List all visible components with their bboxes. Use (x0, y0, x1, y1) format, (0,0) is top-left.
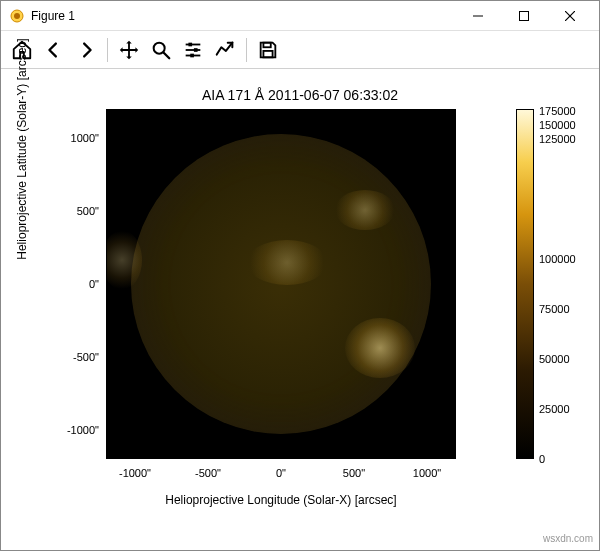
active-region (335, 190, 395, 230)
colorbar-tick: 75000 (539, 303, 570, 315)
x-axis-label: Helioprojective Longitude (Solar-X) [arc… (106, 493, 456, 507)
y-tick-label: 1000" (49, 132, 99, 144)
x-tick-label: -1000" (105, 467, 165, 479)
svg-rect-12 (194, 48, 198, 52)
active-region (247, 240, 327, 285)
svg-point-1 (14, 13, 20, 19)
svg-rect-11 (188, 42, 192, 46)
x-tick-label: -500" (178, 467, 238, 479)
colorbar-tick: 0 (539, 453, 545, 465)
save-button[interactable] (253, 35, 283, 65)
window-title: Figure 1 (31, 9, 455, 23)
zoom-button[interactable] (146, 35, 176, 65)
active-region (345, 318, 415, 378)
svg-rect-3 (520, 11, 529, 20)
back-button[interactable] (39, 35, 69, 65)
colorbar-tick: 125000 (539, 133, 576, 145)
toolbar-separator (246, 38, 247, 62)
svg-rect-14 (263, 42, 270, 47)
watermark: wsxdn.com (543, 533, 593, 544)
y-axis-label: Helioprojective Latitude (Solar-Y) [arcs… (15, 19, 29, 279)
svg-line-7 (164, 52, 170, 58)
close-button[interactable] (547, 1, 593, 31)
colorbar-tick: 150000 (539, 119, 576, 131)
colorbar-tick: 175000 (539, 105, 576, 117)
svg-rect-15 (263, 50, 272, 56)
x-tick-label: 0" (251, 467, 311, 479)
colorbar (516, 109, 534, 459)
x-tick-label: 500" (324, 467, 384, 479)
edit-axis-button[interactable] (210, 35, 240, 65)
y-tick-label: 0" (49, 278, 99, 290)
svg-rect-13 (190, 53, 194, 57)
window-frame: Figure 1 AIA 171 Å 2011-06-07 06:33:02 1… (0, 0, 600, 551)
configure-subplots-button[interactable] (178, 35, 208, 65)
y-tick-label: -1000" (49, 424, 99, 436)
colorbar-tick: 100000 (539, 253, 576, 265)
x-tick-label: 1000" (397, 467, 457, 479)
maximize-button[interactable] (501, 1, 547, 31)
matplotlib-toolbar (1, 31, 599, 69)
chart-area[interactable]: AIA 171 Å 2011-06-07 06:33:02 1000" 500"… (1, 69, 599, 550)
colorbar-tick: 25000 (539, 403, 570, 415)
heatmap-plot[interactable] (106, 109, 456, 459)
titlebar[interactable]: Figure 1 (1, 1, 599, 31)
y-tick-label: -500" (49, 351, 99, 363)
minimize-button[interactable] (455, 1, 501, 31)
forward-button[interactable] (71, 35, 101, 65)
toolbar-separator (107, 38, 108, 62)
pan-button[interactable] (114, 35, 144, 65)
chart-title: AIA 171 Å 2011-06-07 06:33:02 (1, 87, 599, 103)
colorbar-tick: 50000 (539, 353, 570, 365)
y-tick-label: 500" (49, 205, 99, 217)
